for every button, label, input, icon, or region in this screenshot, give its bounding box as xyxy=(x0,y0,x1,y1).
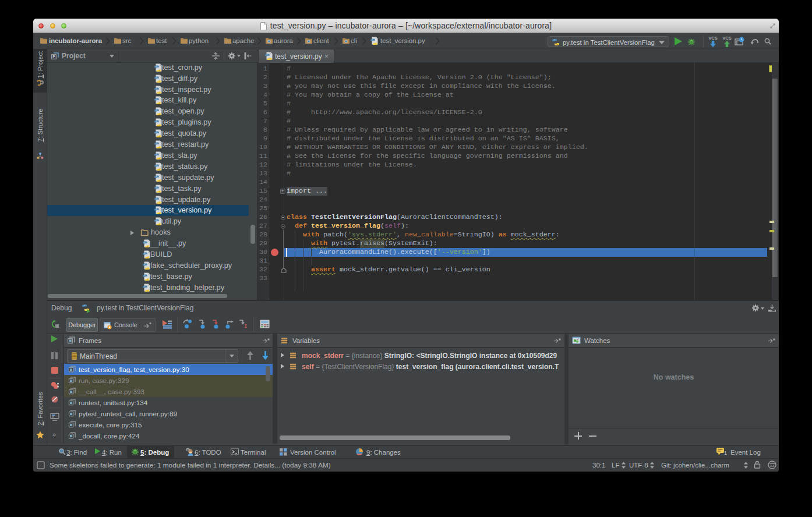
svg-text:P: P xyxy=(52,55,55,59)
